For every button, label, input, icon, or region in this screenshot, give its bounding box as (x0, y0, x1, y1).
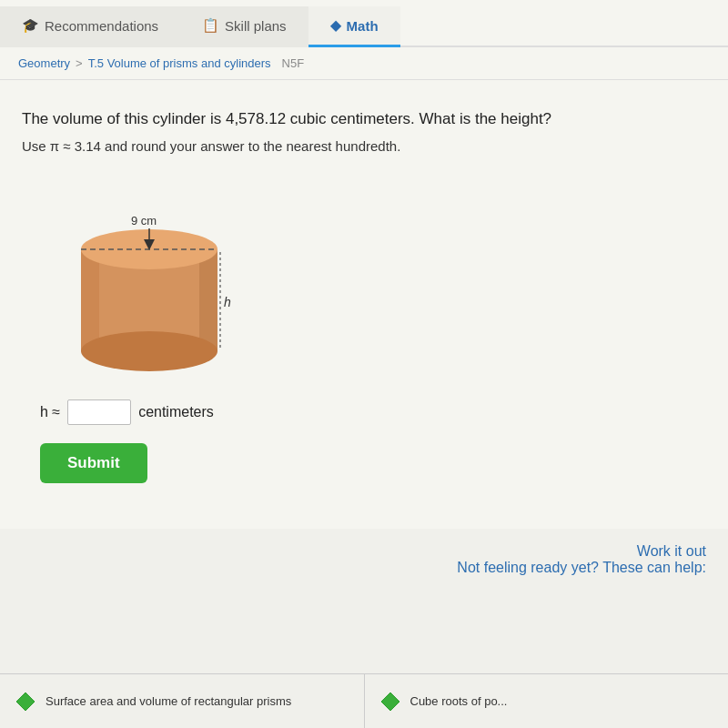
breadcrumb: Geometry > T.5 Volume of prisms and cyli… (0, 47, 728, 80)
breadcrumb-code: N5F (282, 56, 305, 70)
svg-text:h: h (224, 295, 231, 309)
skill-plans-icon: 📋 (202, 17, 219, 34)
diamond-icon-0 (15, 691, 36, 713)
svg-point-4 (81, 331, 217, 371)
diagram-area: 9 cm h (40, 172, 706, 381)
answer-suffix: centimeters (138, 404, 214, 420)
math-icon: ◆ (330, 17, 341, 34)
work-it-out-section: Work it out Not feeling ready yet? These… (0, 529, 728, 585)
submit-button[interactable]: Submit (40, 443, 147, 483)
svg-text:9 cm: 9 cm (131, 214, 157, 228)
top-navigation: 🎓 Recommendations 📋 Skill plans ◆ Math (0, 0, 728, 47)
work-it-out-title: Work it out (22, 543, 706, 560)
breadcrumb-subject[interactable]: Geometry (18, 56, 70, 70)
question-line2: Use π ≈ 3.14 and round your answer to th… (22, 138, 706, 154)
tab-skill-plans[interactable]: 📋 Skill plans (180, 6, 308, 47)
resource-card-0[interactable]: Surface area and volume of rectangular p… (0, 674, 365, 728)
resource-label-1: Cube roots of po... (410, 694, 508, 708)
diamond-icon-1 (379, 691, 401, 713)
svg-marker-12 (381, 693, 399, 711)
cylinder-diagram: 9 cm h (58, 172, 258, 381)
height-input[interactable] (67, 399, 131, 425)
question-line1: The volume of this cylinder is 4,578.12 … (22, 107, 706, 131)
tab-math[interactable]: ◆ Math (308, 6, 400, 47)
work-it-out-subtitle: Not feeling ready yet? These can help: (22, 560, 706, 576)
answer-prefix: h ≈ (40, 404, 60, 420)
tab-math-label: Math (347, 18, 379, 34)
svg-rect-2 (81, 249, 99, 351)
svg-marker-11 (16, 693, 35, 711)
resource-card-1[interactable]: Cube roots of po... (365, 674, 729, 728)
tab-skill-plans-label: Skill plans (225, 18, 287, 34)
recommendations-icon: 🎓 (22, 17, 39, 34)
tab-recommendations-label: Recommendations (45, 18, 158, 34)
breadcrumb-topic[interactable]: T.5 Volume of prisms and cylinders (88, 56, 271, 70)
breadcrumb-separator: > (76, 56, 83, 70)
tab-recommendations[interactable]: 🎓 Recommendations (0, 6, 180, 47)
svg-rect-3 (199, 249, 217, 351)
bottom-resources: Surface area and volume of rectangular p… (0, 673, 728, 728)
answer-row: h ≈ centimeters (40, 399, 706, 425)
main-content: The volume of this cylinder is 4,578.12 … (0, 80, 728, 529)
resource-label-0: Surface area and volume of rectangular p… (46, 694, 291, 708)
